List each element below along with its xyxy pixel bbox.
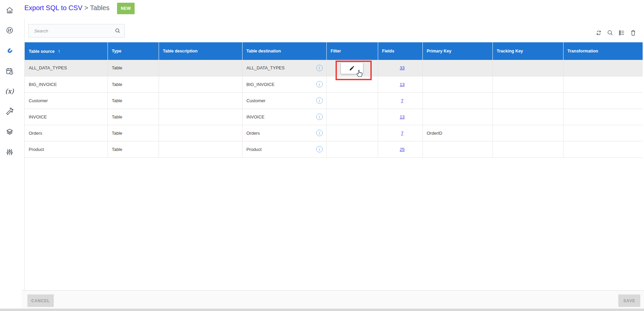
sidebar-item-wizard[interactable]: [5, 106, 14, 116]
checklist-icon: [618, 29, 625, 37]
cell-tracking-key: [492, 92, 563, 109]
cell-table-source: ALL_DATA_TYPES: [25, 60, 108, 76]
cell-type: Table: [108, 109, 159, 125]
pencil-edit-icon: [349, 65, 355, 71]
fields-count-link[interactable]: 7: [401, 131, 403, 136]
column-header-fields[interactable]: Fields: [378, 42, 422, 60]
column-header-table-description[interactable]: Table description: [159, 42, 242, 60]
column-list-button[interactable]: [618, 29, 625, 37]
fields-count-link[interactable]: 13: [400, 114, 405, 119]
column-header-filter[interactable]: Filter: [326, 42, 378, 60]
search-icon: [606, 29, 614, 37]
table-row[interactable]: INVOICE Table INVOICEi 13: [25, 109, 643, 125]
sidebar-item-connections-active[interactable]: [5, 46, 14, 55]
cell-type: Table: [108, 92, 159, 109]
refresh-button[interactable]: [595, 29, 602, 37]
cell-filter[interactable]: [326, 92, 378, 109]
magnet-icon: [5, 47, 14, 55]
cell-primary-key: [422, 109, 492, 125]
column-header-table-source[interactable]: Table source↑: [25, 42, 108, 60]
search-toggle-button[interactable]: [606, 29, 614, 37]
cell-filter[interactable]: [326, 109, 378, 125]
cell-primary-key: [422, 60, 492, 76]
sort-ascending-icon: ↑: [58, 48, 60, 54]
content-card: Table source↑ Type Table description Tab…: [24, 19, 642, 290]
sidebar-item-layers[interactable]: [5, 127, 14, 136]
app-root: (x) Export SQL to CSV > Tables NEW: [0, 0, 644, 311]
cell-table-source: Customer: [25, 92, 108, 109]
cancel-button[interactable]: CANCEL: [27, 294, 54, 307]
table-header-row: Table source↑ Type Table description Tab…: [25, 42, 643, 60]
cell-destination: INVOICEi: [242, 109, 326, 125]
column-header-transformation[interactable]: Transformation: [563, 42, 643, 60]
sidebar-item-home[interactable]: [5, 5, 14, 15]
cell-primary-key: [422, 141, 492, 157]
column-header-type[interactable]: Type: [108, 42, 159, 60]
table-row[interactable]: ALL_DATA_TYPES Table ALL_DATA_TYPESi 33: [25, 60, 643, 76]
cell-tracking-key: [492, 60, 563, 76]
info-icon[interactable]: i: [316, 81, 323, 88]
cell-filter[interactable]: [326, 141, 378, 157]
info-icon[interactable]: i: [316, 65, 323, 71]
column-header-tracking-key[interactable]: Tracking Key: [492, 42, 563, 60]
cell-primary-key: [422, 76, 492, 92]
table-row[interactable]: Product Table Producti 25: [25, 141, 643, 157]
cell-tracking-key: [492, 109, 563, 125]
cell-fields: 13: [378, 76, 422, 92]
cell-type: Table: [108, 76, 159, 92]
cell-filter[interactable]: [326, 125, 378, 141]
sidebar-item-transfer[interactable]: [5, 25, 14, 35]
breadcrumb-separator: >: [84, 4, 88, 12]
magic-wand-icon: [5, 107, 14, 115]
save-button[interactable]: SAVE: [618, 294, 640, 307]
cell-table-source: Product: [25, 141, 108, 157]
sidebar-item-schedule[interactable]: [5, 66, 14, 76]
fields-count-link[interactable]: 33: [400, 65, 405, 70]
trash-icon: [629, 29, 637, 37]
fields-count-link[interactable]: 25: [400, 147, 405, 152]
table-toolbar: [595, 29, 637, 37]
cell-fields: 7: [378, 92, 422, 109]
cell-type: Table: [108, 60, 159, 76]
column-header-table-destination[interactable]: Table destination: [242, 42, 326, 60]
home-icon: [5, 6, 14, 15]
sidebar-item-functions[interactable]: (x): [5, 86, 14, 96]
table-row[interactable]: BIG_INVOICE Table BIG_INVOICEi 13: [25, 76, 643, 92]
cell-description: [159, 76, 242, 92]
breadcrumb: Export SQL to CSV > Tables: [24, 4, 110, 12]
cell-type: Table: [108, 141, 159, 157]
cell-description: [159, 60, 242, 76]
column-header-primary-key[interactable]: Primary Key: [422, 42, 492, 60]
cell-description: [159, 109, 242, 125]
cell-fields: 13: [378, 109, 422, 125]
fields-count-link[interactable]: 13: [400, 82, 405, 87]
cell-destination: BIG_INVOICEi: [242, 76, 326, 92]
search-input[interactable]: [33, 28, 114, 34]
cell-primary-key: [422, 92, 492, 109]
sync-arrows-icon: [5, 26, 14, 35]
info-icon[interactable]: i: [316, 114, 323, 120]
cell-primary-key: OrderID: [422, 125, 492, 141]
cell-destination: Ordersi: [242, 125, 326, 141]
cell-transformation: [563, 109, 643, 125]
sidebar-item-settings[interactable]: [5, 147, 14, 157]
tables-grid: Table source↑ Type Table description Tab…: [25, 42, 643, 158]
cell-destination: Customeri: [242, 92, 326, 109]
calendar-clock-icon: [5, 67, 14, 75]
fields-count-link[interactable]: 7: [401, 98, 403, 103]
cell-filter[interactable]: [326, 76, 378, 92]
breadcrumb-link[interactable]: Export SQL to CSV: [24, 4, 83, 12]
cell-table-source: BIG_INVOICE: [25, 76, 108, 92]
new-button[interactable]: NEW: [117, 3, 135, 14]
table-row[interactable]: Orders Table Ordersi 7 OrderID: [25, 125, 643, 141]
table-row[interactable]: Customer Table Customeri 7: [25, 92, 643, 109]
delete-button[interactable]: [629, 29, 637, 37]
window-bottom-edge: [0, 309, 644, 311]
info-icon[interactable]: i: [316, 97, 323, 104]
edit-filter-button[interactable]: [341, 63, 363, 74]
info-icon[interactable]: i: [316, 146, 323, 153]
layers-icon: [5, 128, 14, 136]
search-box: [28, 24, 125, 38]
info-icon[interactable]: i: [316, 130, 323, 136]
cell-table-source: INVOICE: [25, 109, 108, 125]
